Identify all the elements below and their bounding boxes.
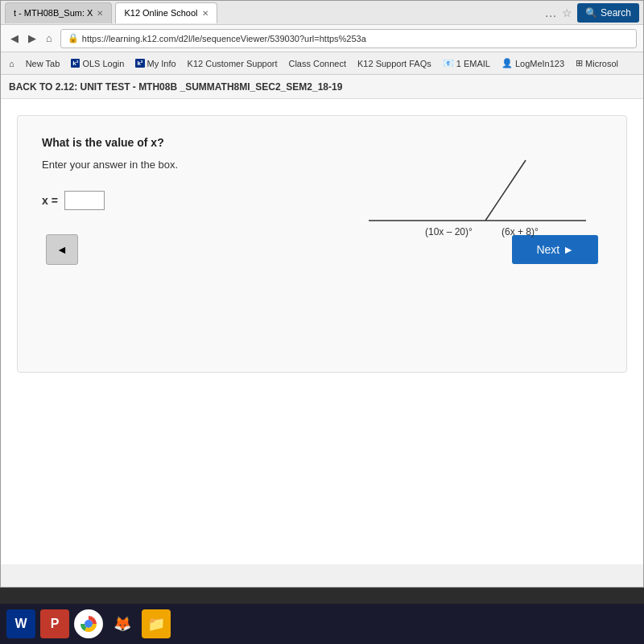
address-bar: ◀ ▶ ⌂ 🔒 https://learning.k12.com/d2l/le/…	[1, 25, 643, 52]
tab-2-close[interactable]: ✕	[202, 9, 208, 18]
bookmarks-bar: ⌂ New Tab k² OLS Login k² My Info K12 Cu…	[1, 52, 643, 75]
k12-icon-2: k²	[135, 59, 144, 68]
question-text: What is the value of x?	[42, 136, 602, 149]
back-arrow-button[interactable]: ◄	[46, 234, 78, 265]
svg-text:(6x + 8)°: (6x + 8)°	[502, 226, 539, 237]
favorites-icon[interactable]: ☆	[562, 6, 572, 19]
search-button[interactable]: 🔍 Search	[577, 3, 639, 23]
tab-1-close[interactable]: ✕	[97, 9, 103, 18]
taskbar: W P 🦊 📁	[0, 604, 644, 644]
lock-icon: 🔒	[68, 33, 79, 43]
bookmark-home[interactable]: ⌂	[6, 57, 18, 70]
svg-text:(10x – 20)°: (10x – 20)°	[425, 226, 473, 237]
angle-svg: (10x – 20)° (6x + 8)°	[353, 148, 594, 261]
k12-icon-1: k²	[71, 59, 80, 68]
email-icon: 📧	[443, 58, 454, 68]
desktop: t - MTH08B_Sum: X ✕ K12 Online School ✕ …	[0, 0, 644, 644]
menu-dots[interactable]: ...	[545, 6, 557, 19]
bookmark-k12faq-label: K12 Support FAQs	[357, 59, 431, 68]
title-bar-right: ... ☆ 🔍 Search	[545, 3, 639, 23]
svg-line-1	[485, 160, 526, 221]
bookmark-olslogin[interactable]: k² OLS Login	[68, 57, 127, 70]
nav-icons: ◀ ▶ ⌂	[7, 31, 56, 46]
tab-2-label: K12 Online School	[124, 8, 197, 18]
taskbar-firefox-icon[interactable]: 🦊	[108, 609, 137, 638]
bookmark-k12faq[interactable]: K12 Support FAQs	[354, 57, 435, 70]
microsoft-icon: ⊞	[576, 58, 583, 68]
bookmark-olslogin-label: OLS Login	[82, 59, 124, 68]
bookmark-classconnect[interactable]: Class Connect	[285, 57, 349, 70]
taskbar-folder-icon[interactable]: 📁	[142, 609, 171, 638]
forward-button[interactable]: ▶	[25, 31, 39, 46]
back-arrow-icon: ◄	[56, 243, 68, 256]
logmein-icon: 👤	[502, 58, 513, 68]
bookmark-email[interactable]: 📧 1 EMAIL	[440, 56, 493, 70]
bookmark-logmein[interactable]: 👤 LogMeIn123	[498, 56, 568, 70]
bookmark-newtab-label: New Tab	[26, 59, 60, 68]
home-button[interactable]: ⌂	[43, 31, 56, 46]
home-bookmark-icon: ⌂	[9, 59, 14, 68]
answer-input[interactable]	[64, 191, 105, 210]
back-link-bar[interactable]: BACK TO 2.12: UNIT TEST - MTH08B _SUMMAT…	[1, 75, 643, 99]
tab-2[interactable]: K12 Online School ✕	[115, 2, 217, 23]
bookmark-k12support-label: K12 Customer Support	[188, 59, 278, 68]
address-field[interactable]: 🔒 https://learning.k12.com/d2l/le/sequen…	[60, 29, 637, 48]
bookmark-logmein-label: LogMeIn123	[515, 59, 564, 68]
x-label: x =	[42, 194, 58, 207]
search-label: Search	[601, 7, 631, 19]
back-link-text: BACK TO 2.12: UNIT TEST - MTH08B _SUMMAT…	[9, 81, 342, 93]
svg-point-5	[85, 620, 93, 628]
bookmark-newtab[interactable]: New Tab	[23, 57, 64, 70]
bookmark-classconnect-label: Class Connect	[288, 59, 346, 68]
search-icon: 🔍	[585, 7, 597, 19]
bookmark-myinfo-label: My Info	[147, 59, 176, 68]
tab-1-label: t - MTH08B_Sum: X	[14, 8, 93, 18]
back-button[interactable]: ◀	[7, 31, 22, 46]
title-bar: t - MTH08B_Sum: X ✕ K12 Online School ✕ …	[1, 1, 643, 25]
angle-diagram: (10x – 20)° (6x + 8)°	[353, 148, 594, 261]
page-content: BACK TO 2.12: UNIT TEST - MTH08B _SUMMAT…	[1, 75, 643, 564]
bookmark-email-label: 1 EMAIL	[456, 59, 490, 68]
quiz-area: What is the value of x? Enter your answe…	[1, 99, 643, 421]
bookmark-myinfo[interactable]: k² My Info	[132, 57, 179, 70]
browser-window: t - MTH08B_Sum: X ✕ K12 Online School ✕ …	[0, 0, 644, 588]
taskbar-word-icon[interactable]: W	[6, 609, 35, 638]
taskbar-ppt-icon[interactable]: P	[40, 609, 69, 638]
bookmark-microsoft[interactable]: ⊞ Microsol	[572, 56, 621, 70]
taskbar-chrome-icon[interactable]	[74, 609, 103, 638]
question-card: What is the value of x? Enter your answe…	[17, 115, 627, 373]
bookmark-k12support[interactable]: K12 Customer Support	[184, 57, 281, 70]
url-text: https://learning.k12.com/d2l/le/sequence…	[82, 34, 366, 43]
tab-1[interactable]: t - MTH08B_Sum: X ✕	[5, 2, 112, 23]
bookmark-microsoft-label: Microsol	[585, 59, 618, 68]
